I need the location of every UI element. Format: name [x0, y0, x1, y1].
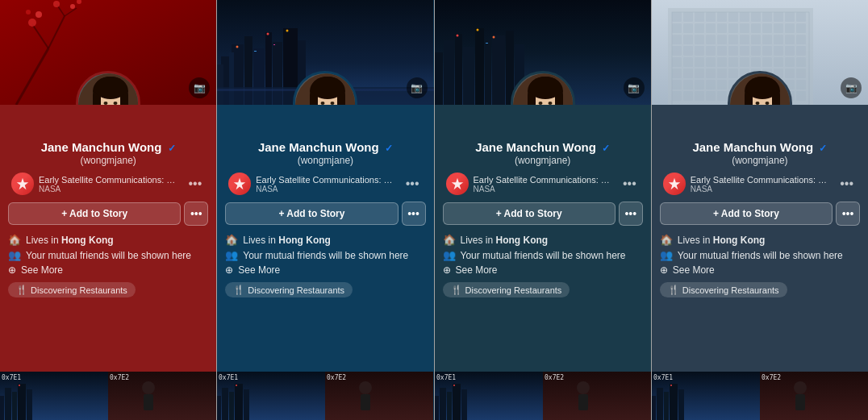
cover-camera-icon-3[interactable]: 📷 [841, 77, 862, 98]
avatar-1: 📷 [293, 71, 357, 105]
svg-text:0x7E2: 0x7E2 [110, 374, 129, 381]
profile-pic-wrap-1: 📷 [293, 71, 357, 105]
svg-rect-76 [435, 52, 443, 105]
svg-point-215 [746, 77, 778, 99]
svg-point-10 [53, 1, 60, 7]
see-more-row-0[interactable]: ⊕See More [8, 264, 208, 276]
svg-rect-169 [751, 57, 761, 67]
svg-rect-124 [785, 12, 795, 22]
tag-icon-2: 🍴 [451, 285, 462, 295]
add-story-row-2: + Add to Story••• [443, 202, 643, 226]
thumb2-0[interactable]: 0x7E2 [108, 372, 216, 420]
add-story-more-btn-1[interactable]: ••• [402, 202, 426, 226]
profile-card-2: 📷 📷Jane Manchun Wong ✓(wongmjane) Early … [435, 0, 651, 420]
nasa-icon-3 [663, 173, 686, 195]
thumbnails-row-2: 0x7E1 0x7E2 [435, 372, 651, 420]
svg-rect-225 [678, 389, 684, 420]
tag-row-1: 🍴Discovering Restaurants [225, 279, 425, 301]
thumb1-2[interactable]: 0x7E1 [435, 372, 543, 420]
see-more-row-1[interactable]: ⊕See More [225, 264, 425, 276]
job-more-btn-0[interactable]: ••• [185, 175, 205, 193]
job-more-btn-1[interactable]: ••• [403, 175, 423, 193]
svg-rect-170 [762, 57, 772, 67]
svg-rect-197 [796, 80, 806, 89]
lives-row-2: 🏠Lives in Hong Kong [443, 234, 643, 246]
job-info-2: Early Satellite Communications: Proj...N… [474, 175, 615, 193]
svg-rect-186 [672, 80, 682, 89]
svg-rect-140 [695, 35, 704, 44]
svg-point-47 [267, 33, 269, 35]
thumb2-1[interactable]: 0x7E2 [325, 372, 433, 420]
svg-rect-156 [740, 46, 749, 56]
add-story-more-btn-2[interactable]: ••• [619, 202, 643, 226]
profile-name-0: Jane Manchun Wong ✓ [41, 140, 176, 155]
thumb2-3[interactable]: 0x7E2 [760, 372, 868, 420]
svg-rect-132 [740, 23, 749, 33]
svg-rect-188 [695, 80, 704, 89]
home-icon-1: 🏠 [225, 234, 238, 246]
avatar-2: 📷 [511, 71, 575, 105]
tag-0[interactable]: 🍴Discovering Restaurants [8, 282, 136, 297]
svg-point-69 [236, 385, 237, 386]
svg-rect-24 [0, 396, 4, 420]
thumb2-2[interactable]: 0x7E2 [543, 372, 651, 420]
profile-pic-wrap-3: 📷 [728, 71, 792, 105]
svg-rect-49 [254, 51, 257, 52]
svg-rect-158 [762, 46, 772, 56]
tag-2[interactable]: 🍴Discovering Restaurants [443, 282, 570, 297]
svg-rect-144 [740, 35, 749, 44]
see-more-row-2[interactable]: ⊕See More [443, 264, 643, 276]
add-story-btn-2[interactable]: + Add to Story [443, 202, 616, 225]
job-more-btn-3[interactable]: ••• [837, 175, 857, 193]
svg-point-46 [236, 46, 239, 48]
svg-rect-100 [435, 396, 439, 420]
svg-rect-177 [706, 69, 716, 78]
svg-rect-136 [785, 23, 795, 33]
add-story-btn-0[interactable]: + Add to Story [8, 202, 181, 225]
svg-rect-222 [657, 388, 663, 420]
see-more-label-1: See More [238, 264, 280, 276]
tag-label-2: Discovering Restaurants [465, 285, 562, 295]
profile-pic-wrap-2: 📷 [511, 71, 575, 105]
svg-rect-153 [706, 46, 716, 56]
svg-point-18 [94, 77, 127, 99]
see-more-row-3[interactable]: ⊕See More [660, 264, 860, 276]
thumb1-1[interactable]: 0x7E1 [217, 372, 325, 420]
svg-rect-25 [5, 388, 11, 420]
lives-label-1: Lives in Hong Kong [243, 235, 331, 246]
cover-camera-icon-1[interactable]: 📷 [407, 77, 428, 98]
svg-rect-199 [683, 91, 693, 101]
svg-point-58 [311, 77, 344, 99]
svg-rect-174 [672, 69, 682, 78]
mutual-friends-row-1: 👥Your mutual friends will be shown here [225, 249, 425, 261]
add-story-btn-3[interactable]: + Add to Story [660, 202, 833, 225]
svg-rect-200 [695, 91, 704, 101]
svg-rect-66 [229, 392, 234, 420]
add-story-btn-1[interactable]: + Add to Story [225, 202, 398, 225]
see-more-label-0: See More [21, 264, 63, 276]
add-story-more-btn-3[interactable]: ••• [836, 202, 860, 226]
job-row-3: Early Satellite Communications: Proj...N… [660, 173, 860, 195]
lives-row-0: 🏠Lives in Hong Kong [8, 234, 208, 246]
svg-rect-152 [695, 46, 704, 56]
add-story-more-btn-0[interactable]: ••• [184, 202, 208, 226]
cover-camera-icon-2[interactable]: 📷 [624, 77, 645, 98]
chevron-down-icon-3: ⊕ [660, 264, 668, 276]
nasa-icon-2 [446, 173, 469, 195]
svg-text:0x7E2: 0x7E2 [762, 374, 781, 381]
svg-rect-118 [717, 12, 727, 22]
svg-rect-138 [672, 35, 682, 44]
svg-rect-129 [706, 23, 716, 33]
svg-rect-173 [796, 57, 806, 67]
svg-rect-88 [486, 43, 488, 44]
tag-3[interactable]: 🍴Discovering Restaurants [660, 282, 787, 297]
svg-rect-126 [672, 23, 682, 33]
svg-rect-68 [244, 389, 249, 420]
svg-rect-166 [717, 57, 727, 67]
svg-point-29 [19, 385, 20, 386]
profile-name-2: Jane Manchun Wong ✓ [475, 140, 610, 155]
thumb1-0[interactable]: 0x7E1 [0, 372, 108, 420]
tag-1[interactable]: 🍴Discovering Restaurants [225, 282, 353, 297]
job-more-btn-2[interactable]: ••• [620, 175, 640, 193]
thumb1-3[interactable]: 0x7E1 [652, 372, 760, 420]
